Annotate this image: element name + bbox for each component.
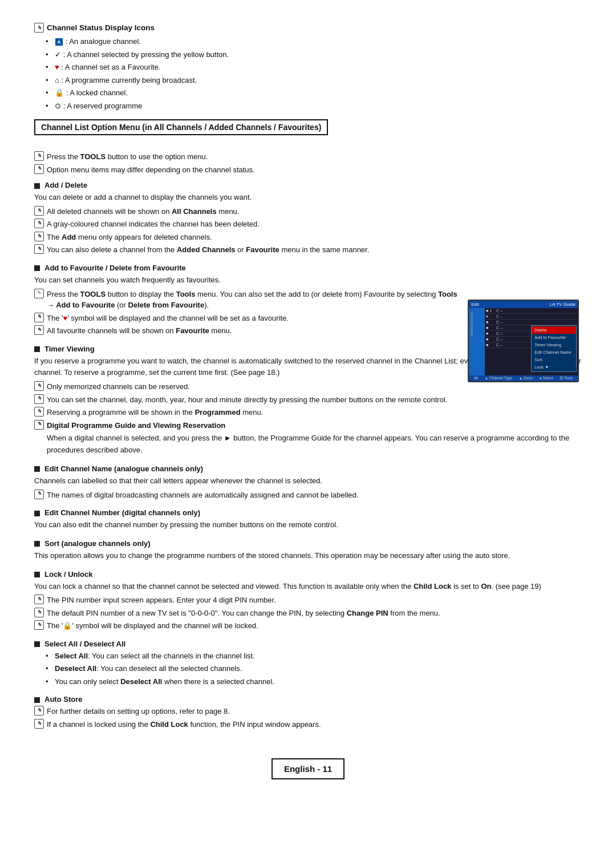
list-item: ⊙ : A reserved programme (46, 100, 582, 112)
heart-icon: ♥ (55, 63, 59, 71)
note-text: The names of digital broadcasting channe… (47, 490, 358, 501)
broadcast-icon: ⌂ (55, 76, 59, 84)
lock-icon: 🔒 (55, 88, 64, 97)
tv-menu-item-lock: Lock ▼ (532, 363, 576, 371)
note-text: The Add menu only appears for deleted ch… (47, 232, 212, 243)
note-line: ✎ Reserving a programme will be shown in… (34, 407, 582, 418)
item-text: : An analogue channel. (66, 37, 141, 46)
add-delete-heading: Add / Delete (34, 181, 462, 189)
edit-channel-name-heading: Edit Channel Name (analogue channels onl… (34, 464, 582, 473)
list-item: Select All: You can select all the chann… (46, 650, 582, 662)
note-text: All favourite channels will be shown on … (47, 325, 232, 337)
page-content: ✎ Channel Status Display Icons A : An an… (34, 23, 582, 779)
tools-icon: ✎ (34, 289, 44, 298)
tv-menu-item-edit-name: Edit Channel Name (532, 349, 576, 356)
note-icon: ✎ (34, 313, 44, 322)
note-text: You can also delete a channel from the A… (47, 244, 369, 256)
sort-section: Sort (analogue channels only) This opera… (34, 539, 582, 562)
tv-channel-row: ■ 1 C -- (485, 308, 578, 314)
note-line-differ: ✎ Option menu items may differ depending… (34, 164, 462, 176)
note-text: For further details on setting up option… (47, 706, 230, 717)
add-favourite-body: You can set channels you watch frequentl… (34, 274, 462, 286)
square-bullet (34, 697, 40, 703)
note-line: ✎ A gray-coloured channel indicates the … (34, 219, 462, 230)
note-line: ✎ The default PIN number of a new TV set… (34, 608, 582, 619)
note-line-tools2: ✎ Press the TOOLS button to display the … (34, 289, 462, 311)
note-text: Press the TOOLS button to display the To… (47, 289, 462, 311)
heading-text: Timer Viewing (44, 345, 95, 353)
note-text: The '♥' symbol will be displayed and the… (47, 313, 289, 324)
note-text: Only memorized channels can be reserved. (47, 381, 190, 393)
sort-heading: Sort (analogue channels only) (34, 539, 582, 548)
note-text: Reserving a programme will be shown in t… (47, 407, 263, 418)
footer-label: English - 11 (271, 758, 345, 779)
tv-menu-item-delete: Delete (532, 326, 576, 334)
select-all-heading: Select All / Deselect All (34, 640, 582, 648)
note-icon: ✎ (34, 219, 44, 228)
check-icon: ✓ (55, 50, 61, 59)
digital-guide-body: When a digital channel is selected, and … (34, 432, 582, 456)
note-icon: ✎ (34, 595, 44, 604)
heading-text: Auto Store (44, 695, 82, 704)
note-text: Press the TOOLS button to use the option… (47, 151, 208, 163)
tv-menu-item-add-fav: Add to Favourite (532, 334, 576, 341)
add-favourite-section: Add to Favourite / Delete from Favourite… (34, 264, 462, 337)
note-icon: ✎ (34, 420, 44, 430)
note-text: The '🔒' symbol will be displayed and the… (47, 620, 258, 632)
sort-body: This operation allows you to change the … (34, 550, 582, 562)
square-bullet (34, 466, 40, 472)
tv-channel-row: ♥ C -- (485, 314, 578, 320)
footer: English - 11 (34, 741, 582, 779)
note-line-tools: ✎ Press the TOOLS button to use the opti… (34, 151, 462, 163)
note-text: A gray-coloured channel indicates the ch… (47, 219, 260, 230)
edit-channel-name-section: Edit Channel Name (analogue channels onl… (34, 464, 582, 500)
item-text: : A programme currently being broadcast. (61, 76, 197, 84)
add-favourite-heading: Add to Favourite / Delete from Favourite (34, 264, 462, 272)
note-icon: ✎ (34, 151, 44, 161)
note-line: ✎ For further details on setting up opti… (34, 706, 582, 717)
auto-store-heading: Auto Store (34, 695, 582, 704)
note-icon: ✎ (34, 620, 44, 630)
note-icon: ✎ (34, 706, 44, 715)
item-text: : A channel set as a Favourite. (61, 63, 160, 71)
tv-menu-item-sort: Sort (532, 356, 576, 363)
note-icon: ✎ (34, 206, 44, 216)
note-icon: ✎ (34, 23, 44, 33)
note-text: The PIN number input screen appears. Ent… (47, 595, 276, 606)
tv-left-label: Added Channels (470, 312, 473, 337)
note-icon: ✎ (34, 719, 44, 729)
lock-unlock-heading: Lock / Unlock (34, 570, 582, 579)
note-line: ✎ If a channel is locked using the Child… (34, 719, 582, 730)
edit-channel-name-body: Channels can labelled so that their call… (34, 475, 582, 487)
edit-channel-number-section: Edit Channel Number (digital channels on… (34, 508, 582, 531)
list-item: ✓ : A channel selected by pressing the y… (46, 49, 582, 60)
heading-text: Sort (analogue channels only) (44, 539, 151, 548)
note-line: ✎ The Add menu only appears for deleted … (34, 232, 462, 243)
heading-text: Edit Channel Name (analogue channels onl… (44, 464, 203, 473)
tv-screen-image: Edit LA TV Guide Added Channels ■ 1 C -- (468, 300, 582, 382)
item-text: : A channel selected by pressing the yel… (63, 50, 229, 59)
note-icon: ✎ (34, 244, 44, 254)
reserved-icon: ⊙ (55, 102, 61, 110)
tv-container: Edit LA TV Guide Added Channels ■ 1 C -- (468, 300, 582, 382)
item-text: : A reserved programme (63, 102, 143, 110)
main-heading: Channel List Option Menu (in All Channel… (34, 119, 328, 135)
content-with-image: Edit LA TV Guide Added Channels ■ 1 C -- (34, 151, 582, 337)
a-icon: A (55, 38, 63, 46)
note-line: ✎ The '♥' symbol will be displayed and t… (34, 313, 462, 324)
note-line: ✎ All favourite channels will be shown o… (34, 325, 462, 337)
tv-top-left: Edit (471, 302, 479, 307)
heading-text: Add to Favourite / Delete from Favourite (44, 264, 186, 272)
note-icon: ✎ (34, 407, 44, 417)
note-icon: ✎ (34, 325, 44, 335)
add-delete-section: Add / Delete You can delete or add a cha… (34, 181, 462, 256)
list-item: You can only select Deselect All when th… (46, 676, 582, 688)
add-delete-body: You can delete or add a channel to displ… (34, 192, 462, 204)
channel-status-list: A : An analogue channel. ✓ : A channel s… (34, 36, 582, 111)
heading-text: Lock / Unlock (44, 570, 93, 579)
note-text: If a channel is locked using the Child L… (47, 719, 321, 730)
tv-channel-area: ■ 1 C -- ♥ C -- ■ C -- (485, 308, 578, 375)
note-line: ✎ The PIN number input screen appears. E… (34, 595, 582, 606)
select-all-section: Select All / Deselect All Select All: Yo… (34, 640, 582, 688)
note-text: Digital Programme Guide and Viewing Rese… (47, 420, 225, 431)
